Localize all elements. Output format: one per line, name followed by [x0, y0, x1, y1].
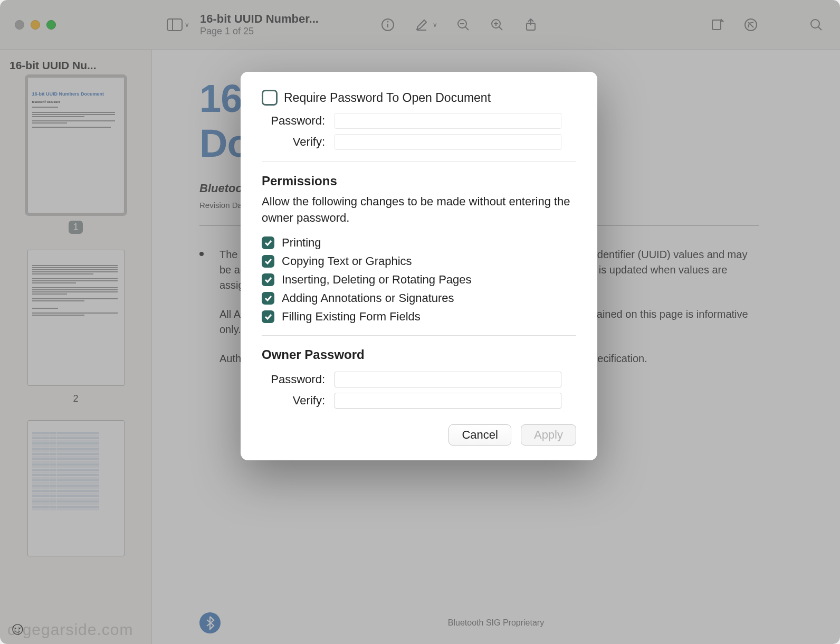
title-block: 16-bit UUID Number... Page 1 of 25: [200, 12, 319, 37]
apply-button[interactable]: Apply: [521, 424, 576, 446]
thumbnail-page-1[interactable]: 16-bit UUID Numbers Document Bluetooth® …: [27, 77, 125, 213]
footer-text: Bluetooth SIG Proprietary: [448, 618, 544, 628]
open-verify-label: Verify:: [262, 135, 325, 149]
permission-checkbox[interactable]: [262, 236, 274, 249]
bluetooth-logo-icon: [199, 612, 221, 633]
share-icon[interactable]: [523, 18, 539, 32]
owner-verify-label: Verify:: [262, 394, 325, 408]
permission-row: Adding Annotations or Signatures: [262, 291, 576, 305]
permission-label: Copying Text or Graphics: [282, 254, 412, 268]
permission-label: Printing: [282, 236, 321, 250]
titlebar: ∨ 16-bit UUID Number... Page 1 of 25 ∨: [0, 0, 840, 50]
permissions-description: Allow the following changes to be made w…: [262, 194, 576, 226]
permission-row: Printing: [262, 236, 576, 250]
open-password-label: Password:: [262, 114, 325, 128]
face-icon: ☺: [8, 618, 27, 639]
toolbar-mid: ∨: [380, 0, 539, 49]
pencil-icon: [414, 18, 429, 32]
permission-label: Filling Existing Form Fields: [282, 310, 421, 324]
sidebar-view-toggle[interactable]: ∨: [167, 18, 189, 32]
thumbnail-page-2[interactable]: [27, 250, 125, 386]
zoom-out-icon[interactable]: [455, 18, 471, 32]
zoom-in-icon[interactable]: [489, 18, 505, 32]
permission-row: Copying Text or Graphics: [262, 254, 576, 268]
document-title: 16-bit UUID Number...: [200, 12, 319, 26]
sidebar-doc-title: 16-bit UUID Nu...: [0, 57, 151, 77]
svg-rect-14: [712, 20, 721, 30]
close-window-button[interactable]: [15, 20, 24, 30]
require-password-checkbox[interactable]: [262, 90, 278, 106]
chevron-down-icon: ∨: [433, 21, 437, 29]
owner-password-label: Password:: [262, 373, 325, 386]
page-indicator: Page 1 of 25: [200, 26, 319, 37]
permissions-dialog: Require Password To Open Document Passwo…: [241, 72, 597, 460]
owner-verify-input[interactable]: [335, 393, 561, 409]
svg-point-4: [388, 21, 388, 22]
svg-point-16: [811, 20, 819, 28]
page-number-2: 2: [73, 393, 78, 404]
permission-checkbox[interactable]: [262, 292, 274, 305]
thumbnail-3-wrap[interactable]: [0, 420, 151, 556]
doc-footer: Bluetooth SIG Proprietary: [199, 612, 793, 633]
sidebar-icon: [167, 18, 183, 32]
permissions-list: PrintingCopying Text or GraphicsInsertin…: [262, 236, 576, 324]
thumbnail-page-3[interactable]: [27, 420, 125, 556]
bullet-icon: [199, 252, 204, 256]
window-controls: [15, 20, 56, 30]
app-window: ∨ 16-bit UUID Number... Page 1 of 25 ∨ 1…: [0, 0, 840, 644]
highlight-icon[interactable]: [743, 18, 759, 32]
permission-label: Adding Annotations or Signatures: [282, 291, 454, 305]
owner-password-input[interactable]: [335, 372, 561, 387]
info-icon[interactable]: [380, 18, 396, 32]
permission-row: Inserting, Deleting or Rotating Pages: [262, 273, 576, 287]
require-password-label: Require Password To Open Document: [284, 91, 491, 105]
svg-line-10: [499, 27, 502, 30]
permission-label: Inserting, Deleting or Rotating Pages: [282, 273, 472, 287]
permission-checkbox[interactable]: [262, 273, 274, 286]
open-password-input[interactable]: [335, 113, 561, 129]
page-number-1: 1: [69, 221, 82, 234]
open-verify-input[interactable]: [335, 134, 561, 150]
search-icon[interactable]: [808, 18, 824, 32]
minimize-window-button[interactable]: [31, 20, 40, 30]
svg-line-7: [465, 27, 469, 30]
thumbnail-1-wrap[interactable]: 16-bit UUID Numbers Document Bluetooth® …: [0, 77, 151, 234]
thumbnail-2-wrap[interactable]: 2: [0, 250, 151, 404]
chevron-down-icon: ∨: [185, 21, 189, 29]
svg-rect-0: [167, 19, 182, 31]
cancel-button[interactable]: Cancel: [448, 424, 511, 446]
owner-password-title: Owner Password: [262, 347, 576, 362]
permission-checkbox[interactable]: [262, 255, 274, 268]
permission-row: Filling Existing Form Fields: [262, 310, 576, 324]
rotate-icon[interactable]: [709, 18, 725, 32]
markup-button[interactable]: ∨: [414, 18, 437, 32]
permissions-title: Permissions: [262, 174, 576, 188]
toolbar-right: [709, 0, 824, 49]
thumbnails-sidebar: 16-bit UUID Nu... 16-bit UUID Numbers Do…: [0, 50, 152, 644]
permission-checkbox[interactable]: [262, 310, 274, 323]
maximize-window-button[interactable]: [46, 20, 56, 30]
svg-line-17: [818, 27, 822, 30]
